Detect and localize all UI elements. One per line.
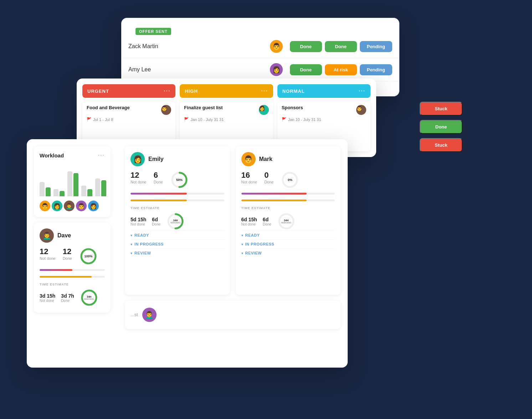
mini-avatar-4: 👨 — [76, 201, 87, 211]
mark-ready-chevron: ▾ — [241, 233, 243, 237]
bar-group-3 — [67, 171, 78, 196]
left-section: Workload ··· — [27, 139, 118, 368]
mini-avatar-2: 👩 — [52, 201, 62, 211]
mark-inprogress-label: IN PROGRESS — [245, 242, 275, 246]
emily-time-not-done: 5d 15h Not done — [131, 217, 146, 226]
status-pending-amy[interactable]: Pending — [360, 64, 392, 75]
bar-gray-1 — [40, 182, 45, 196]
mark-review-chevron: ▾ — [241, 251, 243, 255]
mini-avatar-5: 👩 — [88, 201, 99, 211]
mark-time-not-done: 6d 15h Not done — [241, 217, 257, 226]
col-dots-high: ··· — [261, 88, 268, 94]
side-status-stuck-1[interactable]: Stuck — [420, 102, 462, 116]
mark-time-label: TIME ESTIMATE — [241, 206, 335, 210]
dave-progress-yellow — [40, 276, 105, 278]
emily-name: Emily — [148, 156, 164, 162]
dave-stat-done: 12 Done — [63, 247, 72, 266]
bar-group-5 — [95, 178, 106, 196]
status-done-1[interactable]: Done — [290, 41, 322, 52]
partial-card-label: ...st — [131, 312, 138, 317]
side-status-done[interactable]: Done — [420, 120, 462, 134]
emily-review-row[interactable]: ▾ REVIEW — [131, 248, 224, 257]
emily-review-chevron: ▾ — [131, 251, 132, 255]
mark-header: 👨 Mark — [241, 152, 335, 166]
mark-inprogress-row[interactable]: ▾ IN PROGRESS — [241, 239, 335, 248]
workload-menu-icon[interactable]: ··· — [98, 152, 105, 158]
status-done-2[interactable]: Done — [325, 41, 357, 52]
status-done-amy[interactable]: Done — [290, 64, 322, 75]
dave-header: 👨‍🦱 Dave — [40, 228, 105, 243]
emily-progress-purple — [131, 193, 224, 195]
mark-avatar: 👨 — [241, 152, 256, 166]
emily-stats-row: 12 Not done 6 Done 50% — [131, 171, 224, 189]
emily-time-stats: 5d 15h Not done 6d Done 34H — [131, 212, 224, 231]
workload-avatar-row: 👨 👩 👨‍🦱 👨 👩 — [40, 201, 105, 211]
mark-ready-label: READY — [245, 233, 260, 237]
dave-progress-purple — [40, 269, 105, 271]
emily-time-label: TIME ESTIMATE — [131, 206, 224, 210]
mark-review-label: REVIEW — [245, 251, 262, 255]
mark-time-done: 6d Done — [263, 217, 271, 226]
mark-stat-done: 0 Done — [264, 171, 273, 189]
dave-stats-row: 12 Not done 12 Done 100% — [40, 247, 105, 266]
emily-inprogress-chevron: ▾ — [131, 242, 132, 246]
emily-donut-label: 50% — [176, 178, 183, 182]
col-header-normal: NORMAL ··· — [277, 84, 370, 98]
status-atrisk-amy[interactable]: At risk — [325, 64, 357, 75]
bar-group-1 — [40, 182, 51, 196]
bar-gray-2 — [53, 189, 58, 196]
emily-donut: 50% — [170, 171, 189, 189]
dave-stat-not-done: 12 Not done — [40, 247, 56, 266]
dave-progress-yellow-fill — [40, 276, 92, 278]
emily-ready-label: READY — [134, 233, 149, 237]
flag-normal: 🚩 — [282, 117, 287, 122]
mark-inprogress-chevron: ▾ — [241, 242, 243, 246]
dave-time-done: 3d 7h Done — [61, 293, 74, 303]
mark-time-donut-label: 34H REMAINING — [281, 219, 291, 224]
emily-review-label: REVIEW — [134, 251, 151, 255]
mark-time-donut: 34H REMAINING — [277, 212, 296, 231]
mark-progress-purple-fill — [241, 193, 307, 195]
col-label-high: HIGH — [185, 89, 198, 94]
mark-card: 👨 Mark 16 Not done 0 Done — [236, 146, 341, 295]
side-status-stuck-2[interactable]: Stuck — [420, 138, 462, 152]
col-dots-urgent: ··· — [164, 88, 170, 94]
dave-time-donut-label: 34H REMAINING — [84, 296, 94, 300]
col-label-normal: NORMAL — [282, 89, 305, 94]
mini-avatar-3: 👨‍🦱 — [64, 201, 75, 211]
col-dots-normal: ··· — [359, 88, 365, 94]
candidate-name-amy: Amy Lee — [128, 66, 270, 73]
status-buttons-amy: Done At risk Pending — [290, 64, 392, 75]
bar-gray-5 — [95, 178, 100, 196]
partial-avatar: 👨‍🦱 — [142, 308, 157, 322]
dave-time-donut: 34H REMAINING — [80, 288, 98, 307]
card-title-high: Finalize guest list — [184, 105, 222, 111]
emily-inprogress-row[interactable]: ▾ IN PROGRESS — [131, 239, 224, 248]
mark-review-row[interactable]: ▾ REVIEW — [241, 248, 335, 257]
bar-gray-4 — [81, 186, 86, 196]
bar-green-4 — [87, 189, 92, 196]
mark-donut: 0% — [281, 171, 299, 189]
emily-ready-row[interactable]: ▾ READY — [131, 231, 224, 239]
workload-card: Workload ··· — [34, 146, 111, 217]
bar-green-1 — [46, 187, 51, 196]
mark-time-stats: 6d 15h Not done 6d Done 34H REMAINING — [241, 212, 335, 231]
emily-time-donut: 34H REMAINING — [166, 212, 185, 231]
dave-name: Dave — [57, 232, 71, 239]
bar-group-2 — [53, 189, 65, 196]
col-header-high: HIGH ··· — [180, 84, 273, 98]
mark-ready-row[interactable]: ▾ READY — [241, 231, 335, 239]
side-status-panel: Stuck Done Stuck — [420, 102, 462, 152]
dave-time-label: TIME ESTIMATE — [40, 283, 105, 286]
dave-avatar: 👨‍🦱 — [40, 228, 54, 243]
mark-stat-not-done: 16 Not done — [241, 171, 257, 189]
card-title-normal: Sponsors — [282, 105, 303, 111]
emily-inprogress-label: IN PROGRESS — [134, 242, 164, 246]
dave-time-stats: 3d 15h Not done 3d 7h Done 34H — [40, 288, 105, 307]
offer-sent-tag: OFFER SENT — [135, 28, 171, 35]
bar-green-5 — [101, 180, 106, 196]
status-pending-1[interactable]: Pending — [360, 41, 392, 52]
right-section: 👩 Emily 12 Not done 6 Done — [118, 139, 348, 368]
emily-time-done: 6d Done — [152, 217, 160, 226]
dave-progress-purple-fill — [40, 269, 72, 271]
